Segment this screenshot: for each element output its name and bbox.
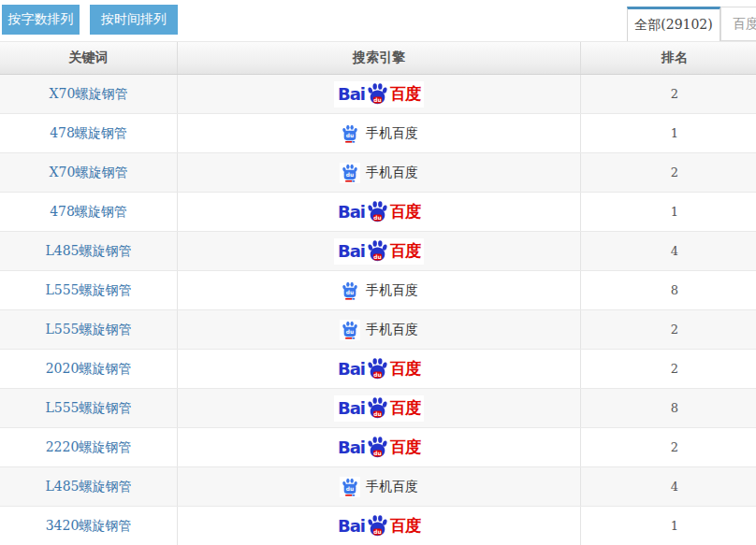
keyword-link[interactable]: 3420螺旋钢管: [46, 518, 132, 535]
table-row: L555螺旋钢管 Bai du 百度: [0, 271, 756, 310]
mobile-baidu: du 手机百度: [340, 280, 418, 301]
keyword-cell: 478螺旋钢管: [0, 193, 178, 231]
search-engine-cell: Bai du 百度: [178, 467, 581, 506]
keyword-link[interactable]: X70螺旋钢管: [50, 86, 128, 103]
rank-cell: 4: [581, 232, 756, 270]
rank-cell: 4: [581, 467, 756, 506]
keyword-cell: 3420螺旋钢管: [0, 507, 178, 545]
header-rank: 排名: [581, 42, 756, 74]
keyword-link[interactable]: L485螺旋钢管: [45, 243, 131, 260]
rank-cell: 8: [581, 389, 756, 427]
baidu-paw-icon: du: [366, 82, 389, 106]
rank-value: 2: [671, 440, 678, 454]
mobile-baidu-label: 手机百度: [366, 165, 418, 181]
mobile-baidu-icon: du: [340, 320, 360, 340]
mobile-baidu-label: 手机百度: [366, 282, 418, 299]
search-engine-cell: Bai du 百度: [178, 153, 581, 192]
keyword-cell: 2220螺旋钢管: [0, 428, 178, 466]
mobile-baidu-label: 手机百度: [366, 125, 418, 142]
keyword-link[interactable]: 478螺旋钢管: [50, 125, 127, 142]
keyword-link[interactable]: L485螺旋钢管: [45, 479, 131, 495]
baidu-paw-icon: du: [366, 239, 389, 263]
baidu-logo-cn: 百度: [390, 240, 420, 262]
keyword-link[interactable]: 2020螺旋钢管: [46, 361, 132, 378]
search-engine-cell: Bai du 百度: [178, 232, 581, 270]
baidu-logo: Bai du 百度: [334, 435, 424, 461]
table-row: L555螺旋钢管 Bai du 百度: [0, 389, 756, 428]
baidu-logo-bai: Bai: [338, 202, 365, 222]
mobile-paw-du: du: [346, 486, 354, 492]
rank-value: 8: [671, 283, 678, 297]
keyword-link[interactable]: 2220螺旋钢管: [46, 439, 132, 456]
baidu-logo: Bai du 百度: [334, 81, 424, 108]
header-keyword: 关键词: [0, 42, 178, 74]
rank-cell: 2: [581, 428, 756, 466]
search-engine-cell: Bai du 百度: [178, 507, 581, 545]
keyword-link[interactable]: L555螺旋钢管: [45, 400, 131, 417]
mobile-baidu: du 手机百度: [340, 320, 418, 340]
mobile-baidu: du 手机百度: [340, 163, 418, 183]
keyword-cell: 2020螺旋钢管: [0, 350, 178, 388]
mobile-paw-icon: du: [341, 124, 359, 143]
rank-value: 2: [671, 165, 678, 179]
rank-cell: 1: [581, 193, 756, 231]
baidu-logo-bai: Bai: [338, 84, 365, 104]
keyword-link[interactable]: 478螺旋钢管: [50, 204, 127, 221]
baidu-paw-du: du: [373, 97, 381, 103]
sort-by-time-button[interactable]: 按时间排列: [90, 5, 178, 35]
mobile-paw-icon: du: [341, 281, 359, 300]
rank-value: 4: [671, 244, 678, 258]
table-header: 关键词 搜索引擎 排名: [0, 41, 756, 75]
baidu-logo: Bai du 百度: [334, 513, 424, 539]
keyword-cell: X70螺旋钢管: [0, 75, 178, 113]
search-engine-cell: Bai du 百度: [178, 271, 581, 309]
rank-cell: 2: [581, 75, 756, 113]
rank-value: 2: [671, 362, 678, 376]
mobile-baidu-icon: du: [340, 123, 360, 144]
table-row: 3420螺旋钢管 Bai du 百度: [0, 507, 756, 545]
tab-all[interactable]: 全部(29102): [627, 7, 720, 41]
baidu-logo-cn: 百度: [390, 397, 420, 419]
keyword-link[interactable]: L555螺旋钢管: [45, 322, 131, 338]
rank-value: 1: [671, 205, 678, 219]
mobile-baidu-label: 手机百度: [366, 322, 418, 338]
baidu-logo: Bai du 百度: [334, 395, 424, 422]
table-row: 2020螺旋钢管 Bai du 百度: [0, 350, 756, 389]
baidu-paw-du: du: [373, 451, 381, 456]
mobile-baidu-icon: du: [340, 477, 360, 497]
mobile-paw-du: du: [346, 329, 354, 335]
keyword-link[interactable]: L555螺旋钢管: [45, 282, 131, 299]
keyword-cell: L555螺旋钢管: [0, 389, 178, 427]
keyword-cell: L555螺旋钢管: [0, 310, 178, 349]
table-row: 478螺旋钢管 Bai du 百度: [0, 114, 756, 153]
table-row: 2220螺旋钢管 Bai du 百度: [0, 428, 756, 467]
rank-cell: 2: [581, 350, 756, 388]
baidu-logo-bai: Bai: [338, 359, 365, 379]
search-engine-cell: Bai du 百度: [178, 428, 581, 466]
rank-cell: 2: [581, 153, 756, 192]
baidu-paw-icon: du: [366, 436, 389, 459]
rank-cell: 1: [581, 507, 756, 545]
keyword-cell: X70螺旋钢管: [0, 153, 178, 192]
sort-by-wordcount-button[interactable]: 按字数排列: [2, 5, 80, 35]
search-engine-cell: Bai du 百度: [178, 75, 581, 113]
baidu-paw-icon: du: [366, 357, 389, 380]
table-row: X70螺旋钢管 Bai du 百度: [0, 153, 756, 193]
search-engine-cell: Bai du 百度: [178, 350, 581, 388]
mobile-baidu-icon: du: [340, 163, 360, 183]
rank-value: 8: [671, 401, 678, 415]
keyword-cell: 478螺旋钢管: [0, 114, 178, 152]
keyword-link[interactable]: X70螺旋钢管: [50, 165, 128, 181]
mobile-paw-du: du: [346, 290, 354, 295]
baidu-paw-du: du: [373, 529, 381, 535]
rank-value: 2: [671, 323, 678, 337]
rank-cell: 8: [581, 271, 756, 309]
baidu-logo-cn: 百度: [390, 201, 420, 222]
table-row: 478螺旋钢管 Bai du 百度: [0, 193, 756, 232]
baidu-logo-bai: Bai: [338, 516, 365, 536]
tab-baidu[interactable]: 百度: [720, 7, 756, 41]
table-body: X70螺旋钢管 Bai du 百度: [0, 75, 756, 545]
mobile-paw-icon: du: [341, 478, 359, 496]
baidu-logo-cn: 百度: [390, 515, 420, 537]
table-row: L485螺旋钢管 Bai du 百度: [0, 232, 756, 271]
